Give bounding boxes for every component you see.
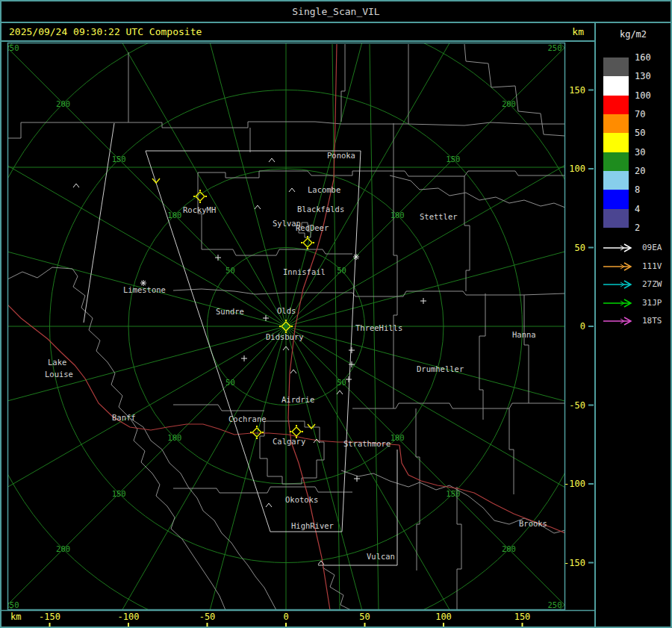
town-markers: [73, 158, 426, 565]
diamond-corner-dot: [291, 326, 293, 327]
map-content: 5050505010010010010015015015015020020020…: [1, 42, 594, 627]
site-id-label: 27ZW: [642, 279, 662, 289]
county-boundary: [393, 123, 397, 408]
county-boundary: [130, 418, 276, 610]
bottom-axis-label: -150: [39, 612, 60, 622]
city-label: Strathmore: [343, 439, 391, 448]
city-label: RockyMH: [183, 205, 216, 214]
colorbar-value-label: 8: [635, 185, 640, 194]
diamond-corner-dot: [307, 236, 308, 237]
colorbar-value-label: 4: [635, 205, 640, 214]
county-boundary: [260, 421, 324, 484]
caret-marker: [266, 503, 272, 507]
county-boundary: [464, 44, 565, 136]
ring-distance-label: 50: [337, 266, 346, 275]
city-label: Sundre: [216, 307, 244, 316]
diamond-corner-dot: [256, 438, 258, 439]
city-label: Ponoka: [327, 151, 355, 160]
city-label: Limestone: [123, 285, 166, 294]
colorbar-value-label: 50: [635, 128, 645, 137]
ring-distance-label: 50: [225, 378, 235, 387]
diamond-corner-dot: [307, 248, 308, 249]
bottom-axis-unit: km: [10, 612, 21, 622]
plus-marker: [215, 255, 221, 261]
ring-distance-label: 100: [167, 211, 181, 220]
diamond-corner-dot: [205, 196, 207, 197]
colorbar-swatch: [603, 152, 629, 171]
diamond-corner-dot: [250, 432, 252, 433]
right-axis-label: -150: [564, 558, 585, 568]
site-id-label: 09EA: [642, 243, 662, 252]
county-boundary: [416, 408, 420, 571]
colorbar-value-label: 20: [635, 167, 645, 175]
right-axis-label: -100: [564, 479, 585, 489]
ring-distance-label: 50: [225, 266, 235, 275]
ring-distance-label: 150: [446, 155, 460, 164]
title-bar: Single_Scan_VIL: [1, 1, 671, 23]
ring-distance-label: 150: [446, 489, 460, 498]
diamond-corner-dot: [301, 242, 302, 243]
velocity-v-marker: [308, 424, 315, 429]
radar-viewer-window: Single_Scan_VIL 2025/09/24 09:30:22 UTC …: [0, 0, 672, 628]
legend-panel: kg/m2 16013010070503020842 09EA 111V 27Z…: [594, 23, 672, 627]
colorbar-swatch: [603, 96, 629, 114]
county-boundary: [341, 44, 345, 122]
diamond-corner-dot: [256, 426, 258, 427]
county-boundary: [352, 403, 565, 408]
colorbar-swatch: [603, 133, 629, 152]
ring-distance-label: 200: [502, 544, 516, 553]
county-boundary: [7, 44, 408, 138]
bottom-axis-label: 50: [359, 612, 370, 622]
colorbar-swatch: [603, 114, 629, 133]
diamond-corner-dot: [302, 431, 303, 432]
header-row: 2025/09/24 09:30:22 UTC Composite km: [1, 23, 594, 42]
bottom-axis: km-150-100-50050100150: [10, 612, 530, 627]
site-arrow-icon: [602, 316, 636, 326]
colorbar-swatch: [603, 209, 629, 228]
ring-distance-label: 250: [548, 43, 562, 52]
plus-marker: [346, 376, 352, 382]
city-label: Brooks: [519, 519, 547, 528]
colorbar-value-label: 2: [635, 223, 640, 232]
county-boundary: [173, 487, 352, 493]
colorbar-value-label: 160: [635, 53, 651, 62]
colorbar-value-label: 100: [635, 91, 651, 100]
city-label: Airdrie: [281, 395, 314, 404]
right-axis-label: 0: [580, 321, 585, 332]
caret-marker: [255, 205, 261, 209]
colorbar-swatch: [603, 171, 629, 190]
right-axis-unit: km: [572, 23, 584, 40]
plus-marker: [349, 347, 355, 353]
city-label: Okotoks: [285, 495, 318, 504]
velocity-v-marker: [152, 178, 160, 183]
diamond-corner-dot: [296, 425, 297, 426]
caret-marker: [289, 188, 295, 192]
city-label: HighRiver: [291, 521, 334, 530]
city-label: Lacombe: [308, 185, 340, 194]
radar-map-canvas[interactable]: 5050505010010010010015015015015020020020…: [1, 42, 594, 627]
right-axis: 150100500-50-100-150: [564, 85, 594, 568]
city-label: RedDeer: [296, 223, 329, 232]
bottom-axis-label: 150: [514, 612, 531, 622]
colorbar-value-label: 130: [635, 72, 651, 81]
bottom-axis-label: -100: [118, 612, 140, 622]
diamond-corner-dot: [285, 320, 287, 321]
diamond-corner-dot: [193, 196, 195, 197]
bottom-axis-label: 100: [435, 612, 452, 622]
city-label: Olds: [277, 306, 296, 315]
ring-distance-label: 100: [167, 433, 181, 442]
colorbar-swatch: [603, 76, 629, 95]
county-boundary: [457, 487, 461, 610]
city-label: Banff: [112, 413, 136, 422]
site-id-label: 31JP: [642, 298, 662, 308]
county-boundary: [509, 408, 514, 494]
ring-distance-label: 150: [112, 489, 126, 498]
ring-distance-label: 50: [337, 378, 346, 387]
right-axis-label: 50: [575, 243, 585, 253]
caret-marker: [269, 158, 275, 162]
city-label: Innisfail: [283, 267, 326, 276]
colorbar-value-label: 70: [635, 110, 645, 119]
scan-timestamp: 2025/09/24 09:30:22 UTC Composite: [9, 23, 202, 40]
ring-distance-label: 200: [56, 99, 70, 108]
ring-distance-label: 150: [112, 155, 126, 164]
